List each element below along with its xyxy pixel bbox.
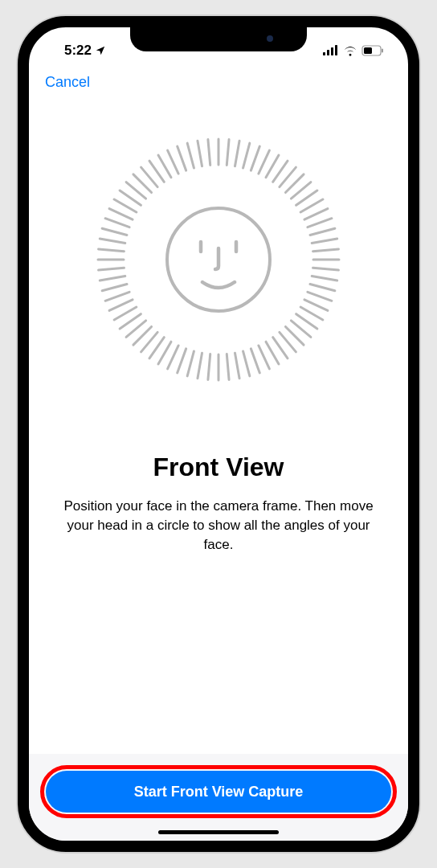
svg-line-64	[102, 228, 127, 235]
face-icon	[201, 242, 236, 288]
battery-icon	[361, 45, 384, 56]
svg-line-28	[310, 285, 335, 291]
svg-rect-6	[364, 47, 372, 54]
svg-line-58	[102, 285, 127, 291]
svg-line-11	[251, 146, 259, 170]
svg-line-67	[114, 199, 137, 212]
svg-rect-3	[335, 45, 337, 55]
svg-line-13	[266, 155, 279, 178]
svg-line-76	[187, 143, 194, 168]
start-capture-button[interactable]: Start Front View Capture	[46, 771, 391, 813]
svg-line-30	[304, 300, 328, 311]
svg-line-24	[313, 249, 339, 252]
svg-line-46	[187, 351, 194, 376]
svg-line-75	[178, 146, 186, 170]
svg-line-65	[105, 219, 129, 227]
svg-line-44	[208, 354, 210, 380]
svg-line-39	[251, 349, 259, 373]
svg-rect-5	[382, 49, 383, 53]
svg-line-8	[227, 140, 229, 166]
svg-line-26	[313, 268, 339, 270]
svg-line-63	[100, 239, 125, 244]
svg-line-23	[312, 239, 337, 244]
svg-line-37	[266, 342, 279, 364]
svg-line-77	[198, 141, 202, 166]
svg-line-60	[99, 268, 125, 270]
face-id-graphic	[90, 131, 347, 388]
notch	[130, 26, 307, 51]
main-content: Front View Position your face in the cam…	[29, 99, 408, 554]
svg-line-20	[304, 209, 328, 220]
svg-line-38	[259, 346, 270, 369]
svg-line-10	[243, 143, 250, 168]
svg-line-47	[178, 349, 186, 373]
phone-frame: 5:22 Cancel	[18, 16, 419, 852]
home-indicator[interactable]	[158, 830, 279, 834]
svg-line-29	[308, 292, 332, 301]
svg-rect-1	[327, 50, 329, 55]
svg-line-66	[109, 209, 133, 220]
svg-line-57	[105, 292, 129, 301]
svg-line-9	[235, 141, 239, 166]
svg-line-41	[235, 353, 239, 379]
page-description: Position your face in the camera frame. …	[58, 497, 379, 554]
footer: Start Front View Capture	[29, 754, 408, 841]
nav-bar: Cancel	[29, 66, 408, 99]
svg-line-62	[99, 249, 125, 252]
svg-line-49	[158, 342, 171, 364]
svg-line-48	[168, 346, 179, 369]
svg-line-31	[300, 307, 323, 320]
front-camera-dot	[267, 35, 273, 42]
wifi-icon	[343, 45, 357, 56]
svg-line-55	[114, 307, 137, 320]
svg-rect-2	[331, 47, 333, 55]
svg-rect-0	[323, 52, 325, 55]
svg-line-78	[208, 140, 210, 166]
svg-line-74	[168, 150, 179, 174]
svg-line-27	[312, 276, 337, 280]
svg-line-22	[310, 228, 335, 235]
cellular-icon	[323, 45, 339, 56]
location-icon	[95, 45, 106, 56]
svg-line-56	[109, 300, 133, 311]
callout-highlight: Start Front View Capture	[40, 765, 397, 818]
svg-line-40	[243, 351, 250, 376]
svg-line-73	[158, 155, 171, 178]
svg-line-42	[227, 354, 229, 380]
svg-line-45	[198, 353, 202, 379]
svg-line-12	[259, 150, 270, 174]
page-title: Front View	[153, 452, 284, 482]
svg-line-21	[308, 219, 332, 227]
svg-line-59	[100, 276, 125, 280]
cancel-button[interactable]: Cancel	[45, 74, 90, 91]
status-time: 5:22	[64, 43, 92, 59]
svg-line-19	[300, 199, 323, 212]
